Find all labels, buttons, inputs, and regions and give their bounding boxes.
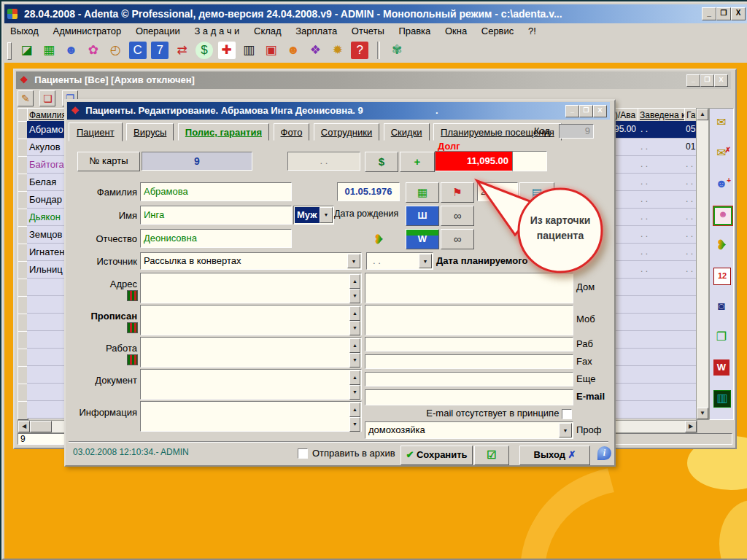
patient-card-button[interactable]: ▤: [519, 182, 554, 203]
planned-date-combo[interactable]: . . ▼: [366, 252, 433, 270]
phonebook-icon[interactable]: 12: [713, 268, 731, 285]
birthdate-field[interactable]: 01.05.1976: [337, 182, 400, 201]
cashbox-icon[interactable]: ▣: [262, 42, 279, 59]
vertical-scrollbar[interactable]: ▲ ▼: [696, 108, 709, 420]
minimize-button[interactable]: _: [702, 7, 716, 20]
chevron-down-icon[interactable]: ▼: [559, 423, 572, 438]
staff-icon[interactable]: ☻: [285, 42, 302, 59]
calendar-c-icon[interactable]: C: [129, 42, 147, 59]
patient-row-right[interactable]: . .. .: [610, 174, 696, 191]
menu-operations[interactable]: Операции: [130, 23, 186, 39]
empty-row-right[interactable]: [610, 331, 696, 349]
empty-row-right[interactable]: [610, 349, 696, 366]
patient-photo-icon[interactable]: ☻: [713, 206, 732, 225]
menu-administrator[interactable]: Администратор: [47, 23, 128, 39]
horizontal-scrollbar-left[interactable]: ◀: [18, 420, 67, 433]
email-field[interactable]: [365, 389, 573, 405]
patient-row-right[interactable]: . .. .: [610, 156, 696, 174]
fax-field[interactable]: [365, 354, 573, 369]
spin-down-icon[interactable]: ▼: [349, 353, 360, 368]
building-button[interactable]: Ш: [406, 206, 439, 226]
archive-checkbox[interactable]: [298, 448, 308, 459]
card-number-field[interactable]: 9: [142, 152, 252, 171]
transfers-icon[interactable]: ⇄: [174, 42, 191, 59]
patient-row-right[interactable]: . .. .: [610, 244, 696, 261]
save-schedule-button[interactable]: ☑: [474, 446, 509, 465]
work-phone-field[interactable]: [365, 337, 573, 351]
address-textarea[interactable]: ▲▼: [140, 273, 362, 303]
m-red-button[interactable]: m: [519, 206, 554, 226]
spin-down-icon[interactable]: ▼: [349, 321, 360, 335]
scroll-thumb[interactable]: [30, 421, 52, 432]
registered-textarea[interactable]: ▲▼: [140, 305, 362, 335]
spin-down-icon[interactable]: ▼: [349, 289, 360, 303]
menu-service[interactable]: Сервис: [476, 23, 520, 39]
schedule-clock-icon[interactable]: ◴: [107, 42, 124, 59]
tab-discounts[interactable]: Скидки: [384, 123, 430, 141]
gear-icon[interactable]: ✹: [329, 42, 347, 59]
send-card-icon[interactable]: ✉: [713, 114, 729, 131]
patients-group-icon[interactable]: ☻: [62, 42, 80, 59]
source-combo[interactable]: Рассылка в конвертах ▼: [140, 252, 362, 270]
chevron-down-icon[interactable]: ▼: [347, 254, 360, 268]
help-notes-icon[interactable]: ?: [351, 42, 368, 59]
gender-combo[interactable]: Муж ▼: [293, 206, 334, 225]
menu-salary[interactable]: Зарплата: [290, 23, 343, 39]
menu-reports[interactable]: Отчеты: [346, 23, 390, 39]
column-header-created[interactable]: Заведена к: [638, 108, 686, 122]
patients-maximize-button[interactable]: ❐: [700, 74, 714, 87]
spin-down-icon[interactable]: ▼: [349, 417, 360, 432]
spin-up-icon[interactable]: ▲: [349, 338, 360, 353]
scroll-left-icon[interactable]: ◀: [18, 421, 30, 432]
mobile-phone-field[interactable]: [365, 305, 573, 335]
horizontal-scrollbar-right[interactable]: ▶: [610, 420, 697, 433]
info-textarea[interactable]: ▲▼: [140, 401, 362, 432]
dialog-maximize-button[interactable]: ❐: [579, 105, 593, 117]
green-book-button[interactable]: ▦: [406, 182, 439, 203]
butterfly-icon[interactable]: ❥: [713, 237, 729, 253]
spin-up-icon[interactable]: ▲: [349, 370, 360, 385]
money-button[interactable]: $: [365, 152, 398, 172]
empty-row-right[interactable]: [610, 384, 696, 401]
menu-windows[interactable]: Окна: [439, 23, 473, 39]
services-flower-icon[interactable]: ✾: [388, 42, 406, 59]
lastname-input[interactable]: Абрамова: [140, 182, 292, 201]
palette-icon[interactable]: ❖: [306, 42, 324, 59]
green-flag-button[interactable]: ⚑: [441, 182, 474, 203]
patient-row-right[interactable]: 95.00 . . 05: [610, 121, 696, 139]
menu-exit[interactable]: Выход: [4, 23, 44, 39]
exit-button[interactable]: Выход ✗: [519, 446, 590, 465]
spin-up-icon[interactable]: ▲: [349, 402, 360, 417]
patient-row-right[interactable]: . .. .: [610, 209, 696, 226]
patient-row-right[interactable]: . .. .: [610, 261, 696, 279]
tab-staff[interactable]: Сотрудники: [314, 123, 379, 141]
card-export-icon[interactable]: ▥: [713, 390, 731, 408]
work-textarea[interactable]: ▲▼: [140, 337, 362, 368]
visits-count-field[interactable]: 2: [477, 182, 518, 201]
document-textarea[interactable]: ▲▼: [140, 369, 362, 400]
empty-row-right[interactable]: [610, 314, 696, 331]
pay-date-field[interactable]: . .: [287, 152, 360, 171]
menu-help[interactable]: ?!: [522, 23, 542, 39]
card-number-button[interactable]: № карты: [77, 152, 140, 171]
empty-row-right[interactable]: [610, 401, 696, 419]
patronymic-input[interactable]: Деонисовна: [140, 229, 292, 248]
spin-up-icon[interactable]: ▲: [349, 306, 360, 321]
tab-viruses[interactable]: Вирусы: [126, 123, 174, 141]
tab-policy[interactable]: Полис, гарантия: [178, 123, 269, 141]
add-patient-icon[interactable]: ☻+: [713, 176, 729, 192]
scroll-down-icon[interactable]: ▼: [697, 408, 708, 419]
tab-photo[interactable]: Фото: [274, 123, 310, 141]
menu-tasks[interactable]: З а д а ч и: [188, 23, 245, 39]
maximize-button[interactable]: ❐: [716, 7, 731, 20]
firstaid-icon[interactable]: ✚: [218, 42, 236, 59]
empty-row-right[interactable]: [610, 366, 696, 384]
barcode-icon[interactable]: ▥: [240, 42, 258, 59]
calendar-7-icon[interactable]: 7: [151, 42, 169, 59]
spin-up-icon[interactable]: ▲: [349, 274, 360, 289]
home-phone-field[interactable]: [365, 273, 573, 303]
holidays-icon[interactable]: ✿: [85, 42, 102, 59]
binoculars-button-2[interactable]: ∞: [441, 229, 474, 249]
more-phone-field[interactable]: [365, 372, 573, 386]
add-visit-button[interactable]: +: [400, 152, 435, 172]
